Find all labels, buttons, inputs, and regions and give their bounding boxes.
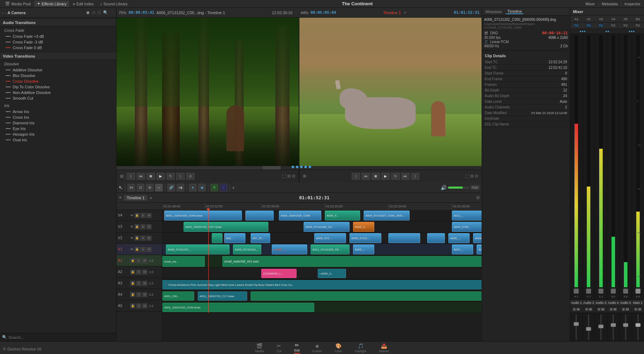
clip-v1-6[interactable]: A007_... bbox=[452, 244, 473, 254]
mixer-icon[interactable]: ⊟ bbox=[476, 195, 479, 200]
clip-v3-4[interactable]: A004_0726... bbox=[452, 222, 482, 232]
prog-full-btn[interactable]: ⛶ bbox=[465, 174, 469, 178]
inspector-tab[interactable]: Inspector bbox=[625, 2, 640, 6]
effect-arrow-iris[interactable]: Arrow Iris bbox=[0, 109, 116, 114]
effect-cross-ins[interactable]: Cross Ins bbox=[0, 114, 116, 120]
metadata-panel-tab[interactable]: Metadata bbox=[484, 10, 503, 14]
v2-m[interactable]: M bbox=[147, 236, 151, 241]
prog-loop-btn[interactable]: ↻ bbox=[391, 173, 400, 180]
nav-cut[interactable]: ✂ Cut bbox=[274, 343, 284, 353]
tab-edit-index[interactable]: ≡ Edit Index bbox=[70, 1, 96, 7]
clip-v1-1[interactable]: A006_07131137_... bbox=[166, 244, 229, 254]
vol-fader-a1[interactable] bbox=[576, 314, 577, 340]
goto-btn[interactable]: ⊙ bbox=[186, 173, 195, 180]
nav-color[interactable]: 🎨 Color bbox=[332, 343, 345, 353]
left-nav-prev[interactable]: ‹ bbox=[2, 11, 4, 15]
nav-edit[interactable]: ✏ Edit bbox=[291, 342, 303, 354]
a5-m[interactable]: M bbox=[142, 303, 147, 308]
loop-btn[interactable]: ↻ bbox=[166, 173, 175, 180]
clip-v2-2[interactable]: A0b... bbox=[224, 233, 245, 243]
vol-fader-a5[interactable] bbox=[625, 314, 626, 340]
effect-cross-fade-plus3[interactable]: Cross Fade +3 dB bbox=[0, 34, 116, 39]
v4-lock[interactable]: 🔒 bbox=[135, 213, 139, 218]
v1-m[interactable]: M bbox=[147, 247, 151, 252]
nav-fusion[interactable]: ◈ Fusion bbox=[310, 343, 325, 353]
clip-v4-5[interactable]: A009_07141037_C006_J000... bbox=[364, 211, 410, 220]
clip-v3-2[interactable]: A009_07141038_C0... bbox=[304, 222, 350, 232]
link-btn[interactable]: 🔗 bbox=[167, 184, 175, 191]
blade-tool[interactable]: ⋈ bbox=[127, 184, 135, 191]
clip-v2-1[interactable] bbox=[212, 233, 222, 243]
tab-media-pool[interactable]: 🎬 Media Pool bbox=[2, 1, 34, 7]
clip-v2-7[interactable] bbox=[427, 233, 445, 243]
prog-vol-btn[interactable]: ⊡ bbox=[475, 174, 478, 178]
tab-effects-library[interactable]: ✦ Effects Library bbox=[34, 1, 69, 7]
effect-oval-iris[interactable]: Oval Iris bbox=[0, 137, 116, 143]
search-input[interactable] bbox=[8, 335, 114, 340]
clip-v2-6[interactable] bbox=[388, 233, 420, 243]
full-screen-btn[interactable]: ⛶ bbox=[282, 174, 286, 178]
clip-v1-2[interactable]: A006_07131314_... bbox=[233, 244, 261, 254]
clip-a3-1[interactable]: 🎵 Forest Ambience Pine Summer Day Light … bbox=[162, 280, 482, 289]
effect-cross-dissolve[interactable]: Cross Dissolve bbox=[0, 78, 116, 84]
add-timeline-btn[interactable]: + bbox=[149, 195, 152, 201]
play-btn[interactable]: ▶ bbox=[156, 173, 165, 180]
close-timeline-btn[interactable]: ✕ bbox=[119, 195, 122, 200]
prog-play-btn[interactable]: ▶ bbox=[381, 173, 390, 180]
clip-a1-2[interactable]: small_waterfall_001.wav bbox=[222, 256, 482, 267]
left-nav-next[interactable]: › bbox=[5, 11, 6, 15]
v1-lock[interactable]: 🔒 bbox=[135, 247, 139, 252]
a1-lock[interactable]: 🔒 bbox=[130, 258, 135, 263]
effect-cross-fade-0[interactable]: Cross Fade 0 dB bbox=[0, 45, 116, 51]
clip-v3-3[interactable]: A006_0... bbox=[353, 222, 374, 232]
next-frame-btn[interactable]: ⟩ bbox=[176, 173, 185, 180]
eq-a3-btn[interactable]: EQ bbox=[595, 23, 607, 29]
clip-v2-5[interactable]: A006_07131... bbox=[350, 233, 381, 243]
a4-s[interactable]: S bbox=[136, 292, 141, 297]
v1-s[interactable]: S bbox=[141, 247, 145, 252]
clip-v2-9[interactable]: A009_0... bbox=[473, 233, 482, 243]
audio-edit-btn[interactable]: A bbox=[210, 184, 218, 191]
clip-a5-1[interactable]: A001_S3041535_C046.braw bbox=[162, 303, 314, 312]
eq-a5-btn[interactable]: EQ bbox=[619, 23, 632, 29]
clip-a4-3[interactable] bbox=[251, 291, 482, 301]
nav-fairlight[interactable]: 🎵 Fairlight bbox=[352, 343, 369, 353]
clip-v4-3[interactable]: A003_S3041535_C046 bbox=[279, 211, 321, 220]
vol-fader-m1[interactable] bbox=[637, 314, 639, 340]
clip-v4-6[interactable]: A011_... bbox=[452, 211, 482, 220]
fader-handle-a4[interactable] bbox=[611, 289, 616, 294]
trim-tool[interactable]: ⊡ bbox=[137, 184, 144, 191]
a1-m[interactable]: M bbox=[142, 258, 147, 263]
clip-v1-3[interactable]: • A006_... bbox=[272, 244, 307, 254]
stop-btn[interactable]: ⏹ bbox=[147, 173, 155, 180]
a5-lock[interactable]: 🔒 bbox=[130, 303, 135, 308]
view-toggle-icon[interactable]: ⊞ bbox=[120, 174, 124, 179]
nav-media[interactable]: 🎬 Media bbox=[252, 343, 267, 353]
eq-a2-btn[interactable]: EQ bbox=[583, 23, 595, 29]
clip-a1-1[interactable]: small_wa... bbox=[162, 256, 205, 267]
clip-a2-2[interactable]: • A006_0... bbox=[318, 269, 346, 278]
a3-lock[interactable]: 🔒 bbox=[130, 281, 135, 286]
ext-monitor-btn[interactable]: ⊟ bbox=[287, 174, 291, 178]
preview-scrubber[interactable] bbox=[117, 166, 482, 170]
a1-s[interactable]: S bbox=[136, 258, 141, 263]
vol-slider[interactable] bbox=[448, 187, 469, 189]
vol-fader-a4[interactable] bbox=[613, 314, 614, 340]
metadata-tab[interactable]: Metadata bbox=[602, 2, 618, 6]
cursor-tool[interactable]: ↖ bbox=[119, 185, 123, 190]
v4-m[interactable]: M bbox=[147, 213, 151, 218]
mixer-tab[interactable]: Mixer bbox=[585, 2, 595, 6]
effect-diamond-iris[interactable]: Diamond Iris bbox=[0, 120, 116, 126]
color-btn[interactable]: ◉ bbox=[198, 184, 206, 191]
tab-sound-library[interactable]: ♪ Sound Library bbox=[97, 1, 131, 7]
clip-v1-7[interactable]: A0... bbox=[477, 244, 482, 254]
timeline-name[interactable]: Timeline 1 bbox=[124, 195, 147, 201]
prog-view-toggle[interactable]: ⊞ bbox=[303, 174, 306, 178]
prog-next-btn[interactable]: ⟩ bbox=[411, 173, 419, 180]
v2-lock[interactable]: 🔒 bbox=[135, 236, 139, 241]
v4-s[interactable]: S bbox=[141, 213, 145, 218]
fader-handle-a3[interactable] bbox=[598, 289, 603, 294]
a3-m[interactable]: M bbox=[142, 281, 147, 286]
clip-v2-8[interactable]: A005_... bbox=[448, 233, 470, 243]
vol-fader-a3[interactable] bbox=[600, 314, 602, 340]
